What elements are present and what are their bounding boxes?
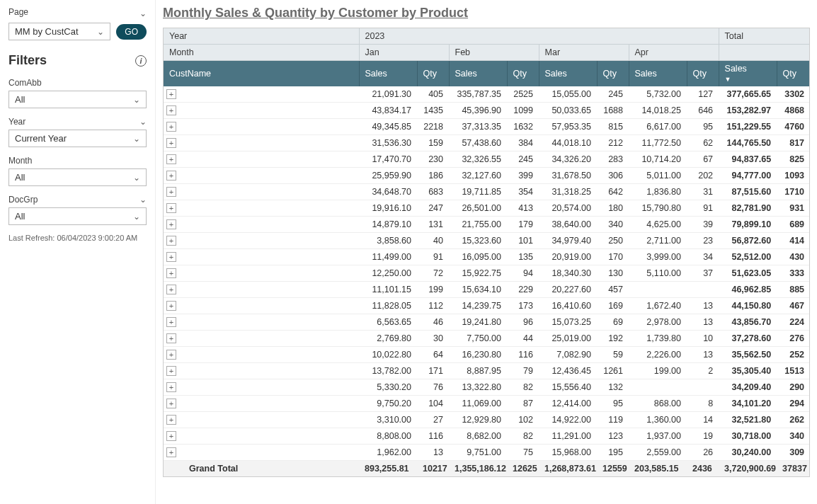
expand-icon[interactable]: + [166, 122, 176, 132]
gt-ts: 3,720,900.69 [719, 461, 777, 477]
go-button[interactable]: GO [116, 24, 147, 40]
cell-qty: 354 [507, 184, 539, 200]
custname-header[interactable]: CustName [164, 61, 359, 87]
cell-total-qty: 224 [777, 314, 810, 331]
expand-icon[interactable]: + [166, 236, 176, 246]
expand-icon[interactable]: + [166, 89, 176, 99]
expand-icon[interactable]: + [166, 415, 176, 425]
cell-sales: 14,879.10 [359, 217, 417, 233]
cell-qty: 1632 [507, 119, 539, 135]
filter-month: MonthAll⌄ [8, 156, 147, 186]
month-mar[interactable]: Mar [539, 45, 629, 61]
filter-value: Current Year [15, 133, 67, 144]
cell-total-sales: 87,515.60 [719, 184, 777, 200]
cell-qty: 75 [507, 445, 539, 461]
cell-qty: 62 [687, 135, 719, 151]
expand-icon[interactable]: + [166, 399, 176, 408]
filter-dropdown[interactable]: All⌄ [8, 168, 147, 186]
cell-sales [629, 282, 687, 298]
cell-qty: 1099 [507, 103, 539, 119]
cell-sales: 5,330.20 [359, 379, 417, 396]
cell-sales: 14,239.75 [449, 298, 507, 314]
expand-icon[interactable]: + [166, 366, 176, 376]
table-row: +6,563.654619,241.809615,073.25692,978.0… [164, 314, 810, 331]
col-sales[interactable]: Sales [449, 61, 507, 87]
cell-qty: 250 [597, 233, 629, 249]
cell-qty: 195 [597, 445, 629, 461]
cell-qty: 170 [597, 249, 629, 265]
table-row: +14,879.1013121,755.0017938,640.003404,6… [164, 217, 810, 233]
info-icon[interactable]: i [135, 55, 147, 67]
expand-icon[interactable]: + [166, 268, 176, 278]
col-sales[interactable]: Sales [629, 61, 687, 87]
customer-name-cell [183, 168, 359, 184]
chevron-down-icon[interactable]: ⌄ [139, 117, 147, 127]
cell-sales: 6,617.00 [629, 119, 687, 135]
expand-icon[interactable]: + [166, 171, 176, 181]
cell-total-sales: 52,512.00 [719, 249, 777, 265]
filter-dropdown[interactable]: Current Year⌄ [8, 130, 147, 147]
col-sales[interactable]: Sales [539, 61, 597, 87]
cell-total-sales: 34,209.40 [719, 379, 777, 396]
filter-dropdown[interactable]: All⌄ [8, 91, 147, 108]
customer-name-cell [183, 265, 359, 282]
col-qty[interactable]: Qty [507, 61, 539, 87]
expand-icon[interactable]: + [166, 285, 176, 294]
cell-qty: 23 [687, 233, 719, 249]
cell-qty: 82 [507, 379, 539, 396]
col-total-sales[interactable]: Sales▼ [719, 61, 777, 87]
col-total-qty[interactable]: Qty [777, 61, 810, 87]
cell-sales: 15,055.00 [539, 86, 597, 103]
cell-sales: 26,501.00 [449, 200, 507, 217]
cell-sales: 11,291.00 [539, 428, 597, 445]
expand-icon[interactable]: + [166, 105, 176, 115]
table-row: +25,959.9018632,127.6039931,678.503065,0… [164, 168, 810, 184]
customer-name-cell [183, 151, 359, 168]
expand-icon[interactable]: + [166, 219, 176, 229]
customer-name-cell [183, 103, 359, 119]
month-apr[interactable]: Apr [629, 45, 719, 61]
cell-sales: 5,011.00 [629, 168, 687, 184]
cell-qty: 169 [597, 298, 629, 314]
filter-docgrp: DocGrp⌄All⌄ [8, 195, 147, 225]
cell-qty: 186 [417, 168, 449, 184]
cell-sales: 20,227.60 [539, 282, 597, 298]
cell-qty: 2525 [507, 86, 539, 103]
month-feb[interactable]: Feb [449, 45, 539, 61]
expand-icon[interactable]: + [166, 382, 176, 392]
expand-icon[interactable]: + [166, 317, 176, 327]
expand-icon[interactable]: + [166, 154, 176, 164]
cell-sales: 15,922.75 [449, 265, 507, 282]
cell-qty: 127 [687, 86, 719, 103]
chevron-down-icon[interactable]: ⌄ [139, 195, 147, 205]
col-qty[interactable]: Qty [687, 61, 719, 87]
expand-icon[interactable]: + [166, 333, 176, 343]
gt-s4: 203,585.15 [629, 461, 687, 477]
filter-dropdown[interactable]: All⌄ [8, 207, 147, 225]
expand-icon[interactable]: + [166, 187, 176, 197]
chevron-down-icon[interactable]: ⌄ [139, 8, 147, 18]
expand-icon[interactable]: + [166, 252, 176, 262]
cell-sales: 20,919.00 [539, 249, 597, 265]
month-jan[interactable]: Jan [359, 45, 449, 61]
expand-icon[interactable]: + [166, 350, 176, 360]
cell-qty: 37 [687, 265, 719, 282]
expand-icon[interactable]: + [166, 447, 176, 457]
expand-icon[interactable]: + [166, 301, 176, 311]
cell-qty: 132 [597, 379, 629, 396]
page-dropdown[interactable]: MM by CustCat ⌄ [8, 23, 110, 40]
col-qty[interactable]: Qty [417, 61, 449, 87]
cell-qty: 384 [507, 135, 539, 151]
col-qty[interactable]: Qty [597, 61, 629, 87]
chevron-down-icon: ⌄ [133, 95, 140, 105]
expand-icon[interactable]: + [166, 138, 176, 148]
expand-icon[interactable]: + [166, 431, 176, 441]
cell-sales: 50,033.65 [539, 103, 597, 119]
col-sales[interactable]: Sales [359, 61, 417, 87]
cell-qty: 247 [417, 200, 449, 217]
table-row: +8,808.001168,682.008211,291.001231,937.… [164, 428, 810, 445]
cell-sales: 25,019.00 [539, 331, 597, 347]
expand-icon[interactable]: + [166, 203, 176, 213]
year-value: 2023 [359, 28, 719, 45]
cell-qty: 340 [597, 217, 629, 233]
